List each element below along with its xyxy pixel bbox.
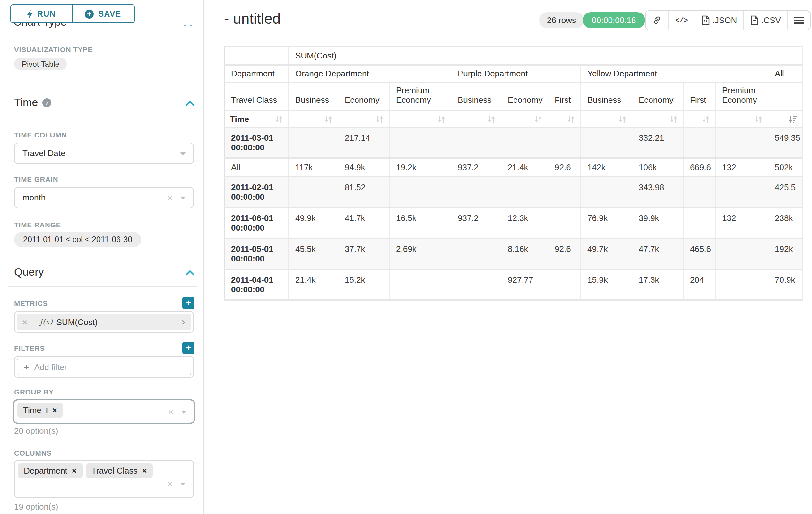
filters-label: FILTERS [14, 344, 45, 352]
time-section-title: Time [14, 97, 38, 109]
pivot-value-cell [548, 269, 581, 300]
metric-label: ƒ(x) SUM(Cost) [33, 314, 175, 330]
pivot-value-cell: 21.4k [289, 269, 338, 300]
save-button[interactable]: + SAVE [71, 4, 135, 23]
add-metric-button[interactable]: + [182, 297, 195, 309]
travel-class-header [768, 82, 803, 110]
expand-metric-chevron-icon[interactable]: › [175, 314, 191, 330]
sort-icon[interactable] [618, 115, 627, 123]
sort-icon[interactable] [437, 115, 445, 123]
pivot-value-cell: 669.6 [683, 158, 716, 177]
travel-class-header-row: Travel ClassBusinessEconomyPremium Econo… [224, 82, 803, 110]
pivot-value-cell: 117k [289, 158, 338, 177]
remove-tag-icon[interactable]: × [72, 466, 77, 476]
sort-icon[interactable] [534, 115, 543, 123]
pivot-value-cell: 937.2 [451, 208, 501, 238]
copy-link-button[interactable] [646, 11, 669, 30]
remove-tag-icon[interactable]: × [142, 466, 147, 476]
clear-icon[interactable]: × [168, 406, 173, 417]
viz-type-pill[interactable]: Pivot Table [14, 58, 67, 70]
time-grain-label: TIME GRAIN [14, 175, 58, 183]
lightning-icon [27, 9, 33, 18]
select-tag[interactable]: Department× [18, 463, 83, 478]
hamburger-menu-icon [794, 17, 804, 24]
pivot-value-cell: 502k [768, 158, 803, 177]
pivot-value-cell: 12.3k [501, 208, 548, 238]
pivot-value-cell [683, 127, 716, 158]
group-by-select[interactable]: Timei× × [13, 399, 195, 424]
sort-icon[interactable] [487, 115, 496, 123]
table-row: 2011-04-01 00:00:0021.4k15.2k927.7715.9k… [224, 269, 803, 300]
pivot-value-cell: 2.69k [389, 238, 451, 269]
table-row: 2011-05-01 00:00:0045.5k37.7k2.69k8.16k9… [224, 238, 803, 269]
pivot-value-cell [451, 177, 501, 208]
sort-icon[interactable] [275, 115, 283, 123]
sort-cell [548, 110, 581, 127]
columns-label: COLUMNS [14, 449, 52, 457]
pivot-value-cell [389, 127, 451, 158]
metric-pill[interactable]: × ƒ(x) SUM(Cost) › [17, 314, 191, 330]
remove-metric-icon[interactable]: × [17, 314, 33, 330]
run-button[interactable]: RUN [10, 4, 72, 23]
sort-icon[interactable] [324, 115, 332, 123]
columns-options-note: 19 option(s) [14, 502, 58, 511]
collapse-chevron-up-icon[interactable] [185, 100, 195, 106]
sort-cell [581, 110, 632, 127]
file-lines-icon [750, 16, 759, 25]
time-grain-select[interactable]: month × [14, 187, 194, 208]
more-menu-button[interactable] [788, 11, 810, 30]
pivot-value-cell: 21.4k [501, 158, 548, 177]
caret-down-icon [180, 152, 185, 155]
pivot-value-cell [451, 238, 501, 269]
sort-icon[interactable] [702, 115, 710, 123]
pivot-value-cell: 17.3k [632, 269, 683, 300]
pivot-value-cell: 94.9k [338, 158, 389, 177]
pivot-value-cell: 41.7k [338, 208, 389, 238]
columns-select[interactable]: Department×Travel Class× × [14, 460, 194, 498]
clear-icon[interactable]: × [168, 192, 173, 203]
time-grain-value: month [15, 193, 46, 202]
sort-cell [716, 110, 768, 127]
select-tag[interactable]: Travel Class× [86, 463, 153, 478]
pivot-value-cell: 45.5k [289, 238, 338, 269]
pivot-value-cell [581, 177, 632, 208]
export-json-button[interactable]: .JSON [695, 11, 744, 30]
sort-icon[interactable] [567, 115, 575, 123]
table-row: 2011-02-01 00:00:0081.52343.98425.5 [224, 177, 803, 208]
caret-down-icon [180, 196, 185, 199]
pivot-table-container: SUM(Cost)DepartmentOrange DepartmentPurp… [224, 46, 803, 301]
time-range-pill[interactable]: 2011-01-01 ≤ col < 2011-06-30 [14, 232, 141, 247]
export-csv-button[interactable]: .CSV [744, 11, 788, 30]
sort-cell [389, 110, 451, 127]
pivot-value-cell: 8.16k [501, 238, 548, 269]
pivot-value-cell: 132 [716, 158, 768, 177]
info-icon: i [42, 98, 51, 107]
sort-descending-icon[interactable] [788, 115, 797, 123]
sort-icon[interactable] [669, 115, 678, 123]
add-filter-dropzone[interactable]: + Add filter [17, 358, 191, 375]
embed-code-button[interactable]: </> [669, 11, 695, 30]
code-icon: </> [675, 17, 688, 24]
add-filter-button[interactable]: + [182, 342, 195, 354]
sort-icon[interactable] [754, 115, 762, 123]
travel-class-header: Economy [632, 82, 683, 110]
row-label-cell: 2011-03-01 00:00:00 [224, 127, 289, 158]
collapse-chevron-up-icon[interactable] [185, 270, 195, 275]
pivot-value-cell: 15.2k [338, 269, 389, 300]
caret-down-icon [180, 483, 185, 486]
pivot-value-cell: 47.7k [632, 238, 683, 269]
clear-icon[interactable]: × [168, 479, 173, 489]
time-column-select[interactable]: Travel Date [14, 143, 194, 164]
remove-tag-icon[interactable]: × [52, 405, 57, 415]
travel-class-header: Premium Economy [716, 82, 768, 110]
travel-class-header: Business [289, 82, 338, 110]
chart-title[interactable]: - untitled [224, 10, 281, 28]
pivot-value-cell: 927.77 [501, 269, 548, 300]
plus-icon: + [24, 362, 29, 372]
select-tag[interactable]: Timei× [17, 403, 63, 417]
time-column-label: TIME COLUMN [14, 131, 67, 139]
metrics-label: METRICS [14, 299, 48, 307]
sort-icon[interactable] [376, 115, 384, 123]
pivot-value-cell: 142k [581, 158, 632, 177]
query-timer-badge: 00:00:00.18 [583, 12, 645, 28]
